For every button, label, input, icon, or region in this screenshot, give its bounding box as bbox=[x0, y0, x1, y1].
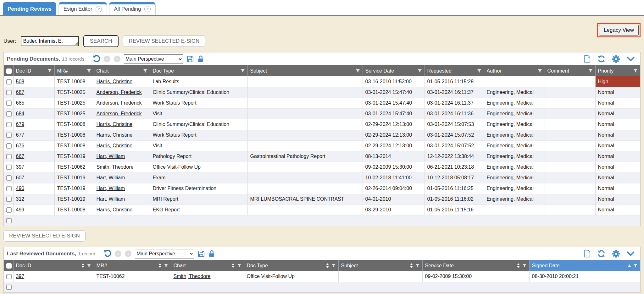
column-header-mr-[interactable]: MR# bbox=[94, 260, 171, 271]
chart-link[interactable]: Anderson, Frederick bbox=[97, 100, 142, 106]
column-header-doc-id[interactable]: Doc ID bbox=[13, 260, 94, 271]
previous-perspective-icon[interactable]: ‹ bbox=[115, 250, 121, 257]
column-header-author[interactable]: Author bbox=[484, 65, 545, 76]
legacy-view-button[interactable]: Legacy View bbox=[599, 25, 639, 35]
row-checkbox[interactable] bbox=[6, 274, 12, 279]
doc-id-link[interactable]: 490 bbox=[16, 186, 25, 191]
column-header-chart[interactable]: Chart bbox=[94, 65, 150, 76]
chart-link[interactable]: Harris, Christine bbox=[97, 79, 133, 84]
row-checkbox[interactable] bbox=[6, 79, 12, 84]
column-header-chart[interactable]: Chart bbox=[171, 260, 244, 271]
doc-id-link[interactable]: 397 bbox=[16, 274, 25, 279]
column-header-subject[interactable]: Subject bbox=[247, 65, 363, 76]
filter-icon[interactable] bbox=[633, 264, 638, 268]
filter-icon[interactable] bbox=[522, 264, 527, 268]
filter-icon[interactable] bbox=[538, 69, 542, 73]
lock-perspective-icon[interactable] bbox=[208, 250, 215, 258]
filter-icon[interactable] bbox=[418, 69, 422, 73]
doc-id-link[interactable]: 499 bbox=[16, 207, 25, 212]
new-document-icon[interactable] bbox=[584, 55, 591, 63]
chart-link[interactable]: Anderson, Frederick bbox=[97, 111, 142, 116]
search-button[interactable]: SEARCH bbox=[83, 35, 119, 47]
doc-id-link[interactable]: 397 bbox=[16, 164, 25, 170]
chart-link[interactable]: Harris, Christine bbox=[97, 143, 133, 148]
filter-icon[interactable] bbox=[47, 69, 52, 73]
row-checkbox[interactable] bbox=[6, 197, 12, 202]
undo-icon[interactable] bbox=[92, 55, 100, 63]
doc-id-link[interactable]: 607 bbox=[16, 175, 25, 180]
next-perspective-icon[interactable]: › bbox=[125, 250, 131, 257]
filter-icon[interactable] bbox=[241, 69, 245, 73]
column-header-subject[interactable]: Subject bbox=[338, 260, 422, 271]
filter-icon[interactable] bbox=[87, 69, 91, 73]
column-header-priority[interactable]: Priority bbox=[595, 65, 640, 76]
filter-icon[interactable] bbox=[477, 69, 481, 73]
doc-id-link[interactable]: 676 bbox=[16, 143, 25, 148]
chart-link[interactable]: Hart, William bbox=[97, 154, 125, 159]
select-all-checkbox[interactable] bbox=[6, 263, 12, 269]
doc-id-link[interactable]: 677 bbox=[16, 132, 25, 138]
doc-id-link[interactable]: 508 bbox=[16, 79, 25, 84]
doc-id-link[interactable]: 685 bbox=[16, 100, 25, 106]
filter-icon[interactable] bbox=[87, 264, 91, 268]
next-perspective-icon[interactable]: › bbox=[114, 56, 120, 62]
column-header-doc-type[interactable]: Doc Type bbox=[150, 65, 247, 76]
doc-id-link[interactable]: 667 bbox=[16, 154, 25, 159]
column-header-requested[interactable]: Requested bbox=[425, 65, 484, 76]
column-header-mr-[interactable]: MR# bbox=[54, 65, 94, 76]
doc-id-link[interactable]: 679 bbox=[16, 122, 25, 127]
new-document-icon[interactable] bbox=[584, 250, 591, 258]
open-external-icon[interactable]: ↗ bbox=[96, 6, 102, 12]
column-header-service-date[interactable]: Service Date bbox=[422, 260, 529, 271]
row-checkbox[interactable] bbox=[6, 133, 12, 138]
collapse-panel-icon[interactable] bbox=[627, 251, 635, 256]
filter-icon[interactable] bbox=[633, 69, 638, 73]
row-checkbox[interactable] bbox=[6, 165, 12, 170]
column-header-comment[interactable]: Comment bbox=[545, 65, 595, 76]
filter-icon[interactable] bbox=[143, 69, 147, 73]
refresh-icon[interactable] bbox=[597, 55, 605, 63]
save-perspective-icon[interactable] bbox=[197, 250, 205, 258]
chart-link[interactable]: Harris, Christine bbox=[97, 207, 133, 212]
tab-pending-reviews[interactable]: Pending Reviews bbox=[3, 2, 56, 15]
row-checkbox[interactable] bbox=[6, 186, 12, 191]
filter-icon[interactable] bbox=[331, 264, 336, 268]
row-checkbox[interactable] bbox=[6, 207, 12, 213]
gear-icon[interactable] bbox=[612, 55, 620, 63]
filter-icon[interactable] bbox=[164, 264, 168, 268]
row-checkbox[interactable] bbox=[6, 218, 12, 223]
chart-link[interactable]: Hart, William bbox=[97, 196, 125, 202]
row-checkbox[interactable] bbox=[6, 101, 12, 106]
chart-link[interactable]: Smith, Theodore bbox=[174, 274, 211, 279]
previous-perspective-icon[interactable]: ‹ bbox=[104, 56, 110, 62]
gear-icon[interactable] bbox=[612, 250, 620, 258]
column-header-service-date[interactable]: Service Date bbox=[363, 65, 425, 76]
chart-link[interactable]: Hart, William bbox=[97, 175, 125, 180]
review-selected-esign-button-top[interactable]: REVIEW SELECTED E-SIGN bbox=[123, 35, 205, 47]
filter-icon[interactable] bbox=[237, 264, 242, 268]
column-header-signed-date[interactable]: Signed Date bbox=[529, 260, 640, 271]
chart-link[interactable]: Hart, William bbox=[97, 186, 125, 191]
select-all-checkbox[interactable] bbox=[6, 68, 12, 74]
user-input[interactable] bbox=[21, 36, 79, 46]
doc-id-link[interactable]: 312 bbox=[16, 196, 25, 202]
row-checkbox[interactable] bbox=[6, 90, 12, 95]
undo-icon[interactable] bbox=[103, 250, 111, 258]
row-checkbox[interactable] bbox=[6, 122, 12, 127]
doc-id-link[interactable]: 684 bbox=[16, 111, 25, 116]
row-checkbox[interactable] bbox=[6, 285, 12, 290]
tab-esign-editor[interactable]: Esign Editor ↗ bbox=[58, 2, 107, 15]
review-selected-esign-button-bottom[interactable]: REVIEW SELECTED E-SIGN bbox=[3, 230, 86, 242]
open-external-icon[interactable]: ↗ bbox=[144, 6, 151, 12]
row-checkbox[interactable] bbox=[6, 111, 12, 117]
refresh-icon[interactable] bbox=[597, 250, 605, 258]
filter-icon[interactable] bbox=[415, 264, 420, 268]
chart-link[interactable]: Smith, Theodore bbox=[97, 164, 134, 170]
collapse-panel-icon[interactable] bbox=[627, 57, 635, 62]
chart-link[interactable]: Harris, Christine bbox=[97, 122, 133, 127]
filter-icon[interactable] bbox=[356, 69, 360, 73]
chart-link[interactable]: Anderson, Frederick bbox=[97, 90, 142, 95]
filter-icon[interactable] bbox=[588, 69, 593, 73]
perspective-select[interactable]: Main Perspective bbox=[124, 54, 183, 64]
tab-all-pending[interactable]: All Pending ↗ bbox=[109, 2, 156, 15]
